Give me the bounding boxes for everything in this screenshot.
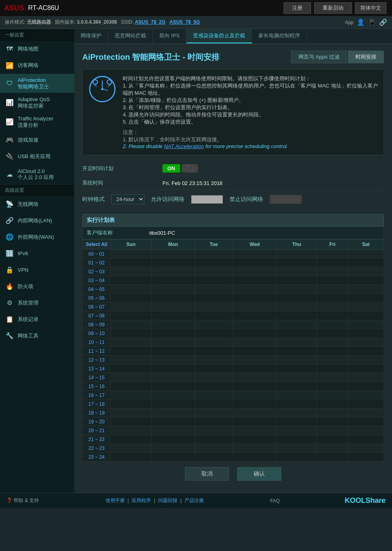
schedule-cell[interactable]	[195, 267, 233, 276]
schedule-cell[interactable]	[348, 250, 384, 258]
schedule-cell[interactable]	[111, 294, 152, 303]
toggle-on-label[interactable]: ON	[162, 164, 180, 173]
confirm-button[interactable]: 确认	[237, 467, 281, 481]
schedule-cell[interactable]	[195, 356, 233, 364]
schedule-cell[interactable]	[111, 400, 152, 409]
schedule-cell[interactable]	[111, 329, 152, 338]
schedule-cell[interactable]	[277, 294, 317, 303]
schedule-cell[interactable]	[348, 426, 384, 435]
schedule-cell[interactable]	[277, 435, 317, 444]
schedule-cell[interactable]	[195, 276, 233, 285]
schedule-cell[interactable]	[233, 391, 277, 400]
schedule-cell[interactable]	[233, 285, 277, 294]
schedule-cell[interactable]	[317, 258, 348, 267]
schedule-cell[interactable]	[348, 285, 384, 294]
sidebar-item-aicloud[interactable]: ☁ AiCloud 2.0个人云 2.0 应用	[0, 165, 74, 184]
sidebar-item-lan[interactable]: 🔗 内部网络(LAN)	[0, 213, 74, 229]
schedule-cell[interactable]	[277, 320, 317, 329]
schedule-cell[interactable]	[348, 267, 384, 276]
help-support[interactable]: ❓ 帮助 & 支持	[6, 497, 39, 504]
schedule-cell[interactable]	[151, 364, 195, 373]
sidebar-item-usb-apps[interactable]: 🔌 USB 相关应用	[0, 148, 74, 165]
schedule-cell[interactable]	[348, 364, 384, 373]
schedule-cell[interactable]	[195, 364, 233, 373]
schedule-cell[interactable]	[151, 373, 195, 382]
allow-network-color[interactable]	[191, 195, 223, 204]
schedule-cell[interactable]	[277, 356, 317, 364]
sidebar-item-adaptive-qos[interactable]: 📊 Adaptive QoS网络监控家	[0, 93, 74, 112]
schedule-cell[interactable]	[233, 294, 277, 303]
schedule-cell[interactable]	[348, 276, 384, 285]
sidebar-item-traffic-analyzer[interactable]: 📈 Traffic Analyzer流量分析	[0, 112, 74, 132]
schedule-cell[interactable]	[111, 426, 152, 435]
schedule-cell[interactable]	[151, 285, 195, 294]
schedule-cell[interactable]	[233, 276, 277, 285]
schedule-cell[interactable]	[151, 276, 195, 285]
schedule-cell[interactable]	[151, 453, 195, 462]
sidebar-item-game-boost[interactable]: 🎮 游戏加速	[0, 132, 74, 148]
schedule-cell[interactable]	[348, 400, 384, 409]
schedule-cell[interactable]	[111, 347, 152, 356]
schedule-cell[interactable]	[111, 276, 152, 285]
ssid-5g-link[interactable]: ASUS_78_5G	[169, 19, 200, 25]
sidebar-item-wan[interactable]: 🌐 外部网络(WAN)	[0, 229, 74, 246]
schedule-cell[interactable]	[151, 294, 195, 303]
schedule-cell[interactable]	[277, 347, 317, 356]
schedule-cell[interactable]	[233, 250, 277, 258]
schedule-cell[interactable]	[277, 364, 317, 373]
schedule-cell[interactable]	[348, 311, 384, 320]
schedule-cell[interactable]	[111, 303, 152, 311]
schedule-cell[interactable]	[111, 417, 152, 426]
schedule-cell[interactable]	[195, 329, 233, 338]
schedule-cell[interactable]	[151, 329, 195, 338]
schedule-cell[interactable]	[233, 435, 277, 444]
schedule-cell[interactable]	[348, 409, 384, 417]
schedule-cell[interactable]	[348, 356, 384, 364]
schedule-cell[interactable]	[277, 338, 317, 347]
schedule-cell[interactable]	[317, 329, 348, 338]
schedule-cell[interactable]	[233, 400, 277, 409]
schedule-cell[interactable]	[277, 258, 317, 267]
schedule-cell[interactable]	[348, 294, 384, 303]
schedule-cell[interactable]	[233, 409, 277, 417]
schedule-cell[interactable]	[317, 373, 348, 382]
schedule-cell[interactable]	[233, 347, 277, 356]
tab-network-protection[interactable]: 网络保护	[74, 29, 108, 43]
schedule-cell[interactable]	[317, 435, 348, 444]
schedule-cell[interactable]	[195, 294, 233, 303]
device-icon[interactable]: 📱	[368, 18, 376, 26]
sidebar-item-admin[interactable]: ⚙ 系统管理	[0, 295, 74, 311]
sidebar-item-aiprotection[interactable]: 🛡 AiProtection智能网络卫士	[0, 74, 74, 93]
schedule-cell[interactable]	[195, 258, 233, 267]
schedule-cell[interactable]	[151, 400, 195, 409]
tab-infected[interactable]: 受感染设备防止及拦截	[187, 29, 252, 43]
schedule-cell[interactable]	[151, 311, 195, 320]
schedule-cell[interactable]	[195, 417, 233, 426]
schedule-cell[interactable]	[151, 356, 195, 364]
schedule-cell[interactable]	[317, 347, 348, 356]
schedule-cell[interactable]	[111, 409, 152, 417]
toggle-off-label[interactable]: ⬛	[182, 164, 198, 173]
schedule-cell[interactable]	[195, 311, 233, 320]
schedule-cell[interactable]	[111, 373, 152, 382]
clock-format-select[interactable]: 24-hour 12-hour	[111, 194, 144, 204]
sidebar-item-syslog[interactable]: 📋 系统记录	[0, 311, 74, 328]
schedule-cell[interactable]	[111, 444, 152, 453]
schedule-cell[interactable]	[348, 417, 384, 426]
schedule-cell[interactable]	[195, 285, 233, 294]
schedule-cell[interactable]	[233, 267, 277, 276]
schedule-cell[interactable]	[277, 267, 317, 276]
schedule-cell[interactable]	[233, 364, 277, 373]
schedule-cell[interactable]	[111, 338, 152, 347]
schedule-cell[interactable]	[277, 373, 317, 382]
schedule-cell[interactable]	[348, 347, 384, 356]
schedule-cell[interactable]	[195, 391, 233, 400]
schedule-cell[interactable]	[233, 426, 277, 435]
footer-link-manual[interactable]: 使用手册	[106, 498, 125, 503]
footer-link-app[interactable]: 应用程序	[132, 498, 151, 503]
schedule-cell[interactable]	[111, 382, 152, 391]
schedule-cell[interactable]	[111, 267, 152, 276]
schedule-cell[interactable]	[195, 347, 233, 356]
sidebar-item-network-tools[interactable]: 🔧 网络工具	[0, 328, 74, 344]
schedule-cell[interactable]	[317, 276, 348, 285]
